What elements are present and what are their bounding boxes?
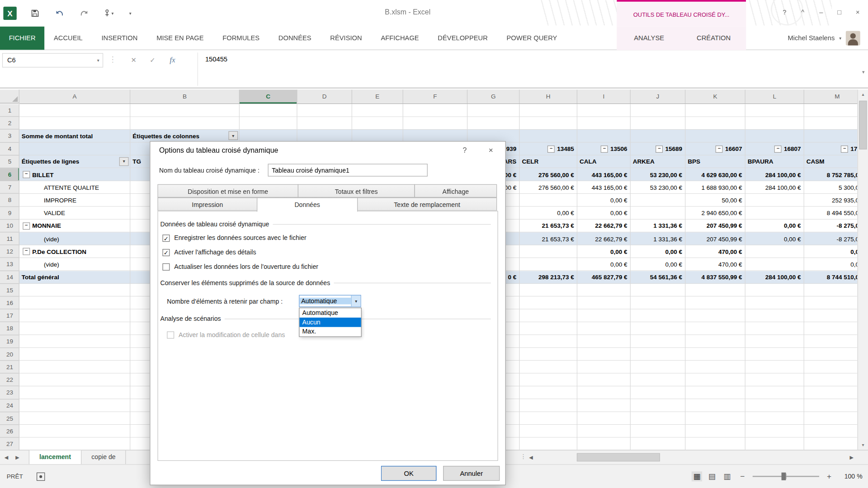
cell-L4[interactable]: −16807 — [745, 142, 804, 155]
column-header-M[interactable]: M — [804, 89, 858, 103]
cell-A3[interactable]: Somme de montant total — [19, 130, 130, 142]
cell-K11[interactable]: 207 450,99 € — [685, 232, 745, 245]
cell-J6[interactable]: 53 230,00 € — [631, 168, 685, 181]
cell-K12[interactable]: 470,00 € — [685, 245, 745, 258]
column-header-D[interactable]: D — [297, 89, 352, 103]
cell-J13[interactable]: 0,00 € — [631, 258, 685, 271]
row-header-8[interactable]: 8 — [0, 194, 19, 206]
row-header-4[interactable]: 4 — [0, 142, 19, 155]
user-account-area[interactable]: Michel Staelens ▾ — [788, 27, 860, 50]
cell-L14[interactable]: 284 100,00 € — [745, 271, 804, 284]
cell-A13[interactable]: (vide) — [19, 258, 130, 271]
cell-J14[interactable]: 54 561,36 € — [631, 271, 685, 284]
cell-A9[interactable]: VALIDE — [19, 206, 130, 219]
minimize-button[interactable]: – — [812, 4, 830, 21]
row-header-14[interactable]: 14 — [0, 271, 19, 284]
cell-L11[interactable]: 0,00 € — [745, 232, 804, 245]
hscroll-left-icon[interactable]: ◀ — [529, 450, 533, 465]
row-header-3[interactable]: 3 — [0, 130, 19, 142]
row-header-22[interactable]: 22 — [0, 374, 19, 386]
cell-H10[interactable]: 21 653,73 € — [520, 220, 578, 232]
row-header-27[interactable]: 27 — [0, 438, 19, 450]
dropdown-item-aucun[interactable]: Aucun — [299, 318, 361, 327]
cell-M8[interactable]: 252 935,00 € — [804, 194, 858, 206]
row-header-12[interactable]: 12 — [0, 245, 19, 258]
ribbon-tab-révision[interactable]: RÉVISION — [321, 27, 371, 50]
redo-button[interactable] — [78, 7, 90, 19]
dialog-tab-données[interactable]: Données — [257, 197, 358, 212]
collapse-button[interactable]: − — [716, 145, 723, 153]
filter-button[interactable]: ▼ — [228, 131, 238, 141]
cell-K10[interactable]: 207 450,99 € — [685, 220, 745, 232]
zoom-thumb[interactable] — [781, 473, 786, 480]
view-page-layout-icon[interactable]: ▤ — [707, 471, 717, 481]
sheet-nav-right-icon[interactable]: ▶ — [15, 450, 19, 465]
collapse-button[interactable]: − — [23, 222, 30, 230]
ribbon-tab-insertion[interactable]: INSERTION — [92, 27, 147, 50]
dialog-tab-disposition-et-mise-en-forme[interactable]: Disposition et mise en forme — [157, 184, 298, 197]
row-header-21[interactable]: 21 — [0, 361, 19, 373]
cell-L10[interactable]: 0,00 € — [745, 220, 804, 232]
cell-K7[interactable]: 1 688 930,00 € — [685, 181, 745, 194]
column-header-H[interactable]: H — [520, 89, 578, 103]
column-header-L[interactable]: L — [745, 89, 804, 103]
column-header-E[interactable]: E — [352, 89, 403, 103]
dialog-help-button[interactable]: ? — [457, 141, 473, 158]
dropdown-item-max.[interactable]: Max. — [299, 327, 361, 337]
cell-M13[interactable]: 0,00 € — [804, 258, 858, 271]
ribbon-tab-données[interactable]: DONNÉES — [269, 27, 321, 50]
cell-A8[interactable]: IMPROPRE — [19, 194, 130, 206]
cell-A6[interactable]: −BILLET — [19, 168, 130, 181]
column-header-G[interactable]: G — [467, 89, 519, 103]
avatar[interactable] — [846, 31, 860, 46]
cell-H14[interactable]: 298 213,73 € — [520, 271, 578, 284]
dialog-tab-impression[interactable]: Impression — [157, 197, 257, 211]
view-normal-icon[interactable]: ▦ — [692, 471, 703, 481]
cell-M9[interactable]: 8 494 550,00 € — [804, 206, 858, 219]
ok-button[interactable]: OK — [381, 466, 437, 481]
cell-H9[interactable]: 0,00 € — [520, 206, 578, 219]
sheet-nav-left-icon[interactable]: ◀ — [5, 450, 8, 465]
zoom-in-button[interactable]: + — [827, 472, 831, 481]
collapse-button[interactable]: − — [23, 248, 30, 255]
checkbox-unchecked-icon[interactable] — [162, 263, 170, 270]
cell-A14[interactable]: Total général — [19, 271, 130, 284]
macro-record-icon[interactable] — [37, 473, 45, 481]
cell-A7[interactable]: ATTENTE QUALITE — [19, 181, 130, 194]
zoom-out-button[interactable]: − — [740, 472, 745, 481]
cell-I9[interactable]: 0,00 € — [577, 206, 631, 219]
ribbon-tab-analyse[interactable]: ANALYSE — [617, 27, 681, 50]
excel-app-icon[interactable]: X — [3, 7, 16, 20]
collapse-button[interactable]: − — [841, 145, 848, 153]
dropdown-item-automatique[interactable]: Automatique — [299, 308, 361, 318]
cell-I13[interactable]: 0,00 € — [577, 258, 631, 271]
dialog-checkbox-1[interactable]: ✓Enregistrer les données sources avec le… — [162, 234, 306, 243]
combobox-arrow-icon[interactable]: ▾ — [351, 296, 361, 306]
cell-B3[interactable]: Étiquettes de colonnes▼ — [130, 130, 240, 142]
save-button[interactable] — [29, 7, 41, 19]
row-header-17[interactable]: 17 — [0, 310, 19, 322]
ribbon-tab-power-query[interactable]: POWER QUERY — [497, 27, 567, 50]
cell-K9[interactable]: 2 940 650,00 € — [685, 206, 745, 219]
pivot-name-input[interactable] — [268, 164, 428, 176]
cell-I11[interactable]: 22 662,79 € — [577, 232, 631, 245]
ribbon-tab-accueil[interactable]: ACCUEIL — [44, 27, 92, 50]
dialog-checkbox-2[interactable]: ✓Activer l'affichage des détails — [162, 248, 256, 257]
undo-button[interactable] — [53, 7, 66, 19]
column-header-B[interactable]: B — [130, 89, 240, 103]
cell-J11[interactable]: 1 331,36 € — [631, 232, 685, 245]
cell-M5[interactable]: CASM — [804, 155, 858, 168]
row-header-2[interactable]: 2 — [0, 117, 19, 130]
cell-A12[interactable]: −P.De COLLECTION — [19, 245, 130, 258]
cell-J5[interactable]: ARKEA — [631, 155, 685, 168]
column-header-I[interactable]: I — [577, 89, 631, 103]
cell-K13[interactable]: 470,00 € — [685, 258, 745, 271]
name-box[interactable]: C6 ▾ — [2, 53, 103, 68]
sheet-tab-lancement[interactable]: lancement — [29, 450, 81, 465]
scroll-up-icon[interactable]: ▲ — [858, 89, 868, 99]
cell-I10[interactable]: 22 662,79 € — [577, 220, 631, 232]
ribbon-tab-affichage[interactable]: AFFICHAGE — [372, 27, 429, 50]
cell-K4[interactable]: −16607 — [685, 142, 745, 155]
tab-splitter-grip[interactable]: ⋮ — [520, 453, 526, 460]
close-button[interactable]: × — [849, 4, 867, 21]
